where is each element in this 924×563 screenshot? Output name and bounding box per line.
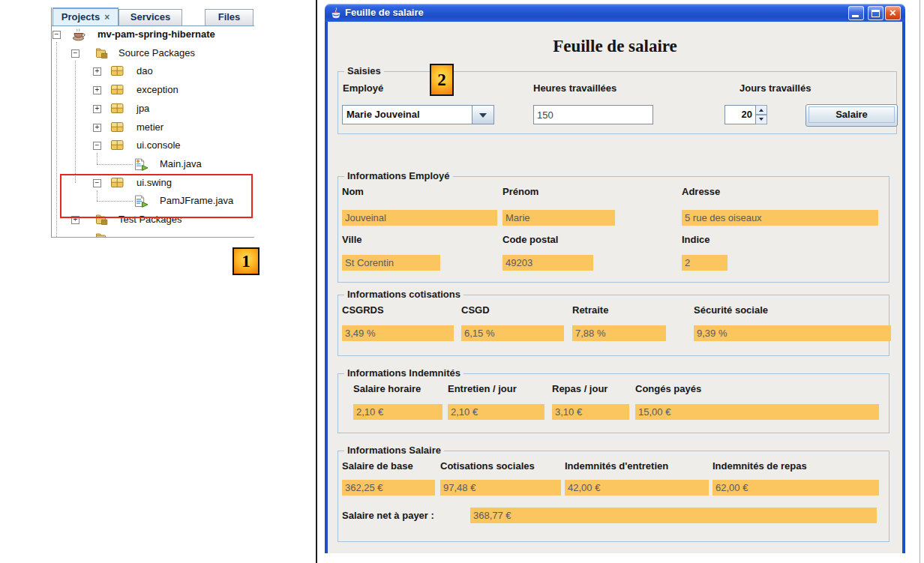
indemnites-repas-value: 62,00 €: [712, 480, 879, 496]
spinner-up-button[interactable]: [756, 105, 767, 115]
tab-files[interactable]: Files: [205, 9, 254, 25]
indice-label: Indice: [682, 234, 710, 245]
code-postal-value: 49203: [502, 255, 593, 271]
project-icon: [72, 28, 87, 40]
arrow-up-icon: [759, 106, 764, 112]
chevron-down-icon: [479, 113, 487, 121]
group-indemnites-title: Informations Indemnités: [344, 367, 464, 379]
expand-icon[interactable]: +: [93, 124, 101, 132]
package-icon: [111, 65, 126, 77]
group-informations-indemnites: Informations Indemnités Salaire horaire …: [338, 373, 890, 433]
tab-files-label: Files: [218, 11, 241, 22]
nom-value: Jouveinal: [342, 210, 497, 226]
panel-tab-bar: Projects× Services Files: [52, 7, 254, 26]
expand-icon[interactable]: +: [93, 86, 101, 94]
feuille-de-salaire-window: Feuille de salaire × Feuille de salaire …: [325, 4, 905, 553]
prenom-value: Marie: [502, 210, 615, 226]
salaire-base-label: Salaire de base: [342, 460, 413, 472]
group-saisies-title: Saisies: [344, 65, 384, 76]
conges-payes-label: Congés payés: [635, 383, 701, 394]
java-cup-icon: [330, 7, 342, 19]
tree-node-dao[interactable]: + dao: [52, 64, 254, 79]
minimize-icon: [852, 15, 859, 17]
callout-2-number: 2: [437, 70, 446, 90]
tab-projects-label: Projects: [62, 11, 100, 22]
group-informations-cotisations: Informations cotisations CSGRDS CSGD Ret…: [338, 295, 890, 356]
salaire-horaire-value: 2,10 €: [353, 404, 442, 420]
securite-sociale-label: Sécurité sociale: [694, 304, 768, 316]
group-saisies: Saisies 2 Employé Heures travaillées Jou…: [338, 71, 897, 134]
salaire-horaire-label: Salaire horaire: [353, 383, 421, 394]
group-informations-salaire: Informations Salaire Salaire de base Cot…: [338, 451, 890, 542]
csgrds-label: CSGRDS: [342, 304, 384, 316]
csgd-label: CSGD: [461, 304, 490, 316]
tree-node-source-packages[interactable]: − Source Packages: [52, 46, 254, 61]
indemnites-entretien-value: 42,00 €: [565, 480, 709, 496]
screenshot-root: Projects× Services Files − mv-pam-spring…: [0, 0, 924, 563]
window-titlebar[interactable]: Feuille de salaire ×: [325, 4, 905, 22]
java-main-icon: [134, 158, 149, 170]
retraite-label: Retraite: [572, 304, 608, 316]
collapse-icon[interactable]: −: [71, 49, 80, 58]
nom-label: Nom: [342, 186, 364, 197]
ville-label: Ville: [342, 234, 362, 245]
securite-sociale-value: 9,39 %: [694, 325, 891, 341]
maximize-icon: [872, 10, 880, 17]
salaire-net-value: 368,77 €: [470, 508, 877, 523]
tree-node-clipped: [52, 231, 254, 237]
indemnites-entretien-label: Indemnités d'entretien: [565, 460, 668, 472]
employe-combobox[interactable]: Marie Jouveinal: [342, 105, 494, 124]
tree-node-jpa[interactable]: + jpa: [52, 101, 254, 116]
combobox-arrow-button[interactable]: [472, 106, 494, 124]
repas-jour-value: 3,10 €: [552, 404, 629, 420]
cotisations-sociales-value: 97,48 €: [440, 480, 561, 496]
conges-payes-value: 15,00 €: [635, 404, 879, 420]
csgd-value: 6,15 %: [461, 325, 564, 341]
tree-node-main-java[interactable]: Main.java: [52, 157, 254, 172]
tree-node-metier[interactable]: + metier: [52, 120, 254, 135]
tree-node-project[interactable]: − mv-pam-spring-hibernate: [52, 27, 254, 42]
spinner-down-button[interactable]: [756, 115, 767, 124]
tree-node-ui-console[interactable]: − ui.console: [52, 138, 254, 153]
collapse-icon[interactable]: −: [52, 31, 61, 39]
group-informations-employe: Informations Employé Nom Prénom Adresse …: [338, 176, 890, 283]
group-employe-title: Informations Employé: [344, 170, 453, 181]
salaire-button[interactable]: Salaire: [806, 104, 898, 127]
salaire-net-label: Salaire net à payer :: [342, 510, 434, 521]
maximize-button[interactable]: [868, 6, 884, 20]
tab-services-label: Services: [130, 11, 171, 22]
jours-spinner-value[interactable]: 20: [724, 105, 756, 124]
adresse-value: 5 rue des oiseaux: [682, 210, 878, 226]
tree-node-exception[interactable]: + exception: [52, 82, 254, 97]
tab-services[interactable]: Services: [118, 9, 182, 25]
tab-projects[interactable]: Projects×: [52, 7, 118, 25]
annotation-red-rectangle: [60, 174, 253, 218]
heures-input[interactable]: [533, 105, 653, 124]
close-button[interactable]: ×: [885, 6, 901, 20]
code-postal-label: Code postal: [502, 234, 558, 245]
indemnites-repas-label: Indemnités de repas: [712, 460, 807, 472]
repas-jour-label: Repas / jour: [552, 383, 608, 394]
callout-badge-2: 2: [430, 64, 454, 96]
callout-badge-1: 1: [232, 247, 260, 275]
employe-label: Employé: [343, 82, 383, 94]
expand-icon[interactable]: +: [93, 105, 101, 113]
retraite-value: 7,88 %: [572, 325, 666, 341]
heures-label: Heures travaillées: [533, 82, 616, 94]
window-body: Feuille de salaire Saisies 2 Employé Heu…: [325, 22, 905, 553]
package-icon: [111, 121, 126, 133]
tab-close-icon[interactable]: ×: [104, 10, 110, 25]
expand-icon[interactable]: +: [93, 67, 101, 76]
callout-1-number: 1: [242, 252, 250, 271]
salaire-button-label: Salaire: [808, 106, 895, 123]
close-icon: ×: [886, 7, 900, 19]
minimize-button[interactable]: [848, 6, 864, 20]
right-edge-line: [920, 0, 920, 563]
arrow-down-icon: [759, 118, 764, 123]
page-title: Feuille de salaire: [328, 37, 902, 56]
package-icon: [111, 84, 126, 96]
csgrds-value: 3,49 %: [342, 325, 454, 341]
package-icon: [111, 139, 126, 151]
jours-spinner[interactable]: 20: [724, 105, 767, 124]
collapse-icon[interactable]: −: [93, 142, 101, 150]
